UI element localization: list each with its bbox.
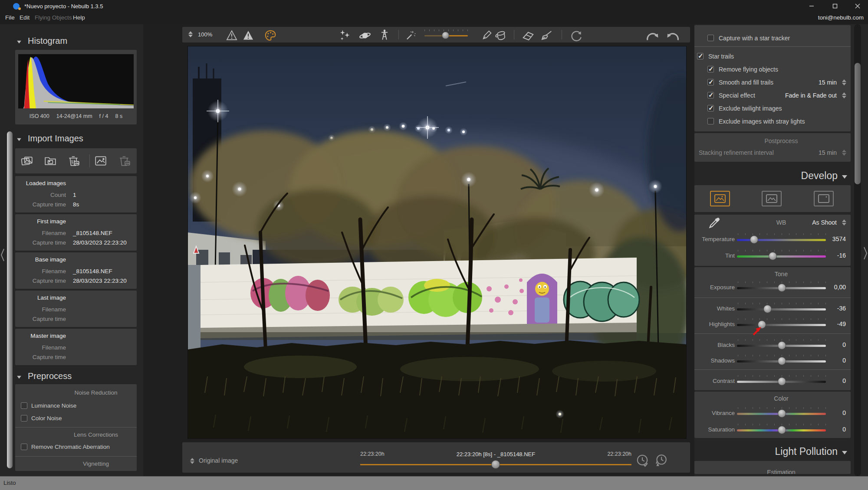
paint-bucket-icon [494, 29, 507, 42]
history-clock-button[interactable] [635, 454, 649, 469]
smooth-fill-trails-checkbox[interactable] [707, 79, 714, 85]
collapse-icon [17, 41, 21, 43]
exclude-twilight-checkbox[interactable] [707, 105, 714, 111]
paint-bucket-button[interactable] [494, 29, 506, 41]
remove-flying-objects-label: Remove flying objects [719, 66, 778, 73]
develop-alt-tab[interactable] [762, 191, 782, 206]
timeline-thumb[interactable] [491, 460, 500, 469]
saturation-value: 0 [842, 426, 846, 433]
set-image-button[interactable] [94, 154, 107, 169]
photo-canvas[interactable] [187, 46, 687, 439]
magic-wand-button[interactable] [404, 29, 417, 41]
shadows-thumb[interactable] [778, 357, 786, 365]
temperature-thumb[interactable] [750, 235, 758, 244]
remove-chromatic-aberration-checkbox[interactable] [21, 444, 27, 450]
develop-header[interactable]: Develop [694, 170, 838, 182]
smooth-fill-trails-value[interactable]: 15 min [819, 79, 837, 86]
luminance-noise-checkbox[interactable] [21, 402, 27, 409]
tower-tool-button[interactable] [378, 29, 391, 41]
remove-image-button[interactable] [118, 154, 131, 169]
highlights-label: Highlights [694, 321, 735, 327]
zoom-spinner[interactable] [188, 31, 193, 37]
undo-button[interactable] [666, 29, 678, 41]
remove-flying-objects-checkbox[interactable] [707, 66, 714, 72]
highlights-track[interactable] [737, 324, 826, 326]
star-trails-checkbox[interactable] [697, 53, 704, 59]
brush-size-thumb[interactable] [442, 32, 449, 39]
planet-tool-button[interactable] [358, 29, 371, 41]
develop-blank-tab[interactable] [814, 191, 834, 206]
stepper-control[interactable] [842, 92, 846, 98]
whites-thumb[interactable] [763, 305, 772, 313]
light-pollution-header[interactable]: Light Pollution [694, 446, 838, 457]
add-images-button[interactable] [20, 154, 33, 169]
status-text: Listo [3, 480, 16, 486]
minimize-icon [809, 3, 814, 9]
whites-track[interactable] [737, 308, 826, 310]
app-window: *Nuevo proyecto - Nebulb 1.3.5 File Edit… [0, 0, 868, 490]
import-images-header[interactable]: Import Images [16, 134, 83, 144]
eraser-tool-button[interactable] [522, 29, 534, 41]
stacking-refinement-label: Stacking refinement interval [699, 149, 774, 156]
color-noise-label: Color Noise [31, 415, 62, 421]
palette-button[interactable] [264, 29, 276, 41]
contrast-thumb[interactable] [778, 377, 786, 385]
collapse-right-panel-chevron[interactable] [863, 245, 868, 261]
lens-corrections-title: Lens Corrections [55, 431, 137, 438]
preprocess-header[interactable]: Preprocess [16, 371, 72, 381]
exposure-thumb[interactable] [778, 284, 786, 292]
loaded-images-group: Loaded images Count1 Capture time8s [15, 176, 137, 212]
restore-clock-button[interactable] [654, 454, 667, 469]
refresh-button[interactable] [569, 29, 582, 41]
special-effect-checkbox[interactable] [707, 92, 714, 98]
tint-track[interactable] [737, 255, 826, 258]
toolbar-separator [562, 30, 562, 39]
capture-star-tracker-label: Capture with a star tracker [719, 35, 790, 42]
warning-outline-button[interactable] [226, 29, 238, 41]
blacks-thumb[interactable] [778, 341, 786, 350]
image-mode-spinner[interactable] [190, 458, 194, 464]
exclude-stray-lights-checkbox[interactable] [707, 118, 714, 124]
row-label: Filename [15, 344, 66, 351]
remove-images-button[interactable] [67, 154, 80, 169]
warning-filled-button[interactable] [242, 29, 254, 41]
toolbar-separator [89, 154, 90, 167]
histogram-header[interactable]: Histogram [16, 36, 67, 46]
maximize-button[interactable] [825, 0, 845, 12]
menu-file[interactable]: File [5, 14, 15, 21]
right-panel-scrollbar[interactable] [855, 63, 861, 184]
special-effect-value[interactable]: Fade in & Fade out [785, 92, 837, 99]
redo-button[interactable] [645, 29, 657, 41]
image-mode-label[interactable]: Original image [199, 457, 238, 464]
broom-tool-button[interactable] [540, 29, 552, 41]
collapse-icon [17, 138, 21, 141]
menu-help[interactable]: Help [73, 14, 85, 21]
tint-thumb[interactable] [769, 252, 777, 260]
luminance-noise-label: Luminance Noise [31, 402, 76, 409]
master-image-group: Master image Filename Capture time [15, 329, 137, 365]
wb-value[interactable]: As Shoot [812, 219, 837, 226]
highlights-value: -49 [837, 320, 846, 327]
first-image-group: First image Filename_8105148.NEF Capture… [15, 214, 137, 251]
capture-star-tracker-checkbox[interactable] [707, 35, 714, 41]
wb-stepper[interactable] [842, 219, 846, 225]
add-folder-button[interactable] [44, 154, 57, 169]
stars-tool-button[interactable] [339, 29, 351, 41]
whites-label: Whites [694, 305, 735, 312]
minimize-button[interactable] [802, 0, 821, 12]
left-panel-scrollbar[interactable] [7, 131, 13, 468]
vibrance-thumb[interactable] [778, 409, 786, 418]
stepper-control[interactable] [842, 79, 846, 85]
refresh-icon [569, 29, 583, 43]
menu-flying-objects[interactable]: Flying Objects [35, 14, 72, 21]
saturation-thumb[interactable] [778, 426, 786, 434]
special-effect-label: Special effect [719, 92, 755, 99]
blacks-label: Blacks [694, 342, 735, 348]
develop-basic-tab[interactable] [710, 191, 730, 206]
color-noise-checkbox[interactable] [21, 415, 27, 421]
menu-edit[interactable]: Edit [20, 14, 30, 21]
close-button[interactable] [848, 0, 867, 12]
collapse-left-panel-chevron[interactable] [0, 247, 5, 263]
capture-info: ISO 400 14-24@14 mm f / 4 8 s [15, 113, 137, 119]
pen-tool-button[interactable] [481, 29, 493, 41]
